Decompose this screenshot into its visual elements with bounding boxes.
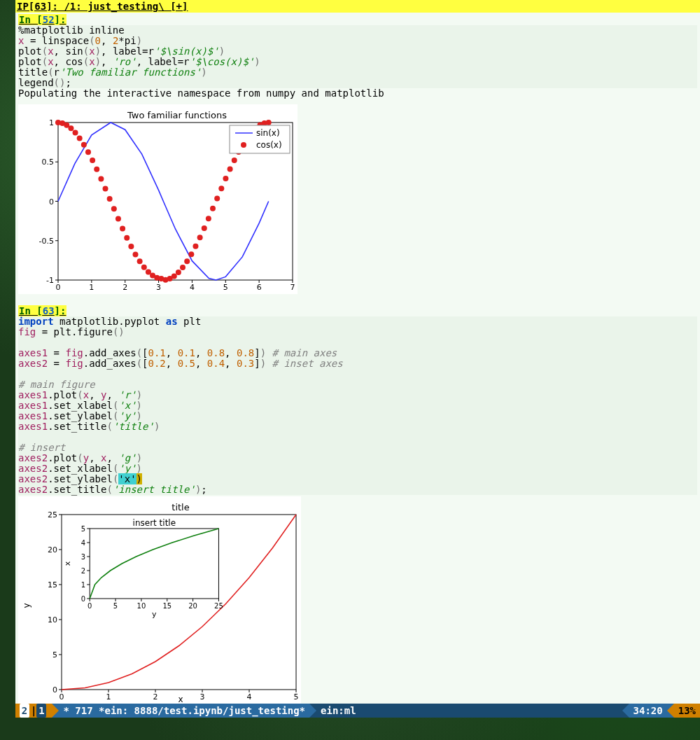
prompt-cell-63: In [63]: (18, 305, 66, 316)
svg-text:5: 5 (294, 692, 299, 701)
editor-pane[interactable]: IP[63]: /1: just_testing\ [+] In [52]: %… (15, 0, 700, 705)
svg-point-31 (73, 130, 78, 136)
svg-point-39 (107, 196, 113, 202)
chart1-title: Two familiar functions (127, 110, 227, 120)
svg-text:5: 5 (52, 650, 57, 659)
ml-pos: 34:20 (629, 704, 667, 718)
svg-text:3: 3 (200, 692, 205, 701)
svg-text:0: 0 (56, 283, 61, 291)
chart-title-inset: title 0123450510152025 x y insert title … (18, 496, 301, 707)
svg-point-42 (120, 225, 125, 231)
svg-text:5: 5 (81, 525, 85, 533)
svg-point-43 (124, 235, 130, 241)
svg-text:0: 0 (88, 602, 92, 610)
svg-point-41 (115, 216, 121, 222)
svg-point-36 (94, 167, 99, 172)
svg-point-55 (176, 270, 181, 275)
svg-point-32 (77, 135, 83, 141)
svg-text:sin(x): sin(x) (256, 128, 280, 138)
chart-two-familiar-functions: Two familiar functions 01234567-1-0.500.… (18, 104, 298, 294)
svg-text:0: 0 (49, 197, 54, 207)
svg-text:10: 10 (137, 602, 146, 610)
svg-text:5: 5 (223, 283, 228, 291)
svg-point-40 (111, 206, 117, 211)
svg-text:0: 0 (52, 685, 57, 694)
svg-text:x: x (63, 561, 72, 566)
svg-text:15: 15 (48, 580, 57, 589)
svg-text:15: 15 (162, 602, 172, 610)
window-titlebar: IP[63]: /1: just_testing\ [+] (15, 0, 700, 13)
svg-point-62 (206, 216, 211, 221)
svg-point-54 (172, 273, 177, 279)
svg-point-48 (146, 269, 151, 274)
svg-text:0: 0 (81, 595, 85, 603)
svg-text:4: 4 (247, 692, 252, 701)
modeline: 2|1 * 717 *ein: 8888/test.ipynb/just_tes… (15, 704, 700, 718)
svg-point-63 (210, 206, 216, 211)
chart2-title: title (172, 502, 189, 512)
svg-text:insert title: insert title (133, 518, 176, 528)
svg-text:2: 2 (122, 283, 127, 291)
svg-rect-108 (90, 529, 218, 599)
svg-text:7: 7 (290, 283, 295, 291)
chart2-xlabel: x (178, 694, 183, 704)
chart2-ylabel: y (22, 603, 31, 608)
svg-point-65 (218, 186, 224, 191)
prompt-cell-52: In [52]: (18, 14, 66, 25)
svg-point-37 (98, 176, 104, 181)
svg-text:-1: -1 (46, 276, 54, 285)
svg-point-67 (227, 167, 233, 172)
svg-point-68 (232, 158, 237, 163)
cell-52[interactable]: In [52]: %matplotlib inline x = linspace… (15, 13, 700, 294)
svg-text:6: 6 (257, 283, 262, 291)
svg-text:y: y (152, 610, 157, 619)
svg-point-80 (241, 142, 246, 148)
svg-text:10: 10 (48, 615, 57, 624)
svg-point-47 (141, 265, 147, 270)
svg-point-44 (128, 244, 134, 249)
svg-text:3: 3 (81, 553, 85, 561)
svg-text:25: 25 (214, 602, 223, 610)
cursor-icon: 'x' (118, 473, 136, 484)
svg-text:20: 20 (188, 602, 197, 610)
svg-point-76 (266, 120, 272, 125)
svg-point-38 (103, 186, 108, 192)
svg-point-45 (133, 251, 139, 257)
svg-text:1: 1 (81, 581, 85, 589)
svg-point-34 (85, 149, 91, 155)
svg-text:5: 5 (113, 602, 118, 610)
svg-point-64 (214, 196, 220, 202)
svg-point-66 (223, 176, 228, 181)
svg-text:-0.5: -0.5 (39, 237, 54, 246)
cell-63[interactable]: In [63]: import matplotlib.pyplot as plt… (15, 304, 700, 707)
svg-text:1: 1 (106, 692, 111, 701)
svg-text:0: 0 (59, 692, 64, 701)
svg-point-61 (202, 225, 207, 231)
svg-point-60 (197, 235, 203, 240)
svg-text:1: 1 (49, 118, 54, 127)
svg-point-57 (184, 258, 190, 264)
code-cell-63[interactable]: import matplotlib.pyplot as plt fig = pl… (18, 316, 697, 495)
svg-text:2: 2 (153, 692, 158, 701)
svg-point-46 (137, 258, 143, 264)
svg-text:4: 4 (81, 539, 85, 547)
svg-text:3: 3 (156, 283, 161, 291)
ml-buffer: *ein: 8888/test.ipynb/just_testing* (99, 705, 305, 716)
svg-text:20: 20 (48, 545, 57, 554)
svg-point-58 (188, 251, 194, 257)
svg-point-59 (192, 244, 198, 249)
ml-pct: 13% (674, 704, 700, 718)
svg-point-35 (90, 158, 95, 163)
svg-text:cos(x): cos(x) (256, 140, 282, 150)
svg-text:0.5: 0.5 (42, 158, 55, 167)
svg-point-30 (68, 125, 74, 131)
svg-text:2: 2 (81, 567, 85, 575)
code-cell-52[interactable]: %matplotlib inline x = linspace(0, 2*pi)… (18, 25, 697, 88)
svg-point-56 (180, 265, 186, 270)
ml-mode: ein:ml (316, 704, 360, 718)
svg-text:25: 25 (48, 510, 57, 519)
ml-badges: 2|1 (15, 704, 52, 718)
output-cell-52: Populating the interactive namespace fro… (18, 88, 697, 99)
svg-text:1: 1 (89, 283, 94, 291)
svg-text:4: 4 (190, 283, 195, 291)
